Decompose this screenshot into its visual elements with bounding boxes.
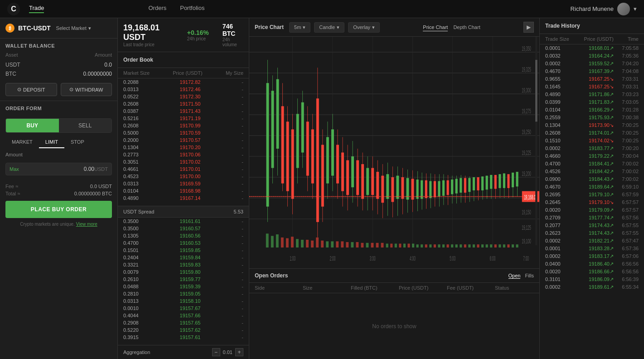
svg-rect-112 [455, 179, 458, 193]
table-row: 0.2773 19170.06 - [118, 151, 249, 158]
chart-controls: 5m ▾ Candle ▾ Overlay ▾ Price Chart Dept… [289, 22, 534, 33]
svg-rect-160 [361, 243, 363, 247]
no-orders-message: No orders to show [249, 293, 539, 359]
svg-rect-165 [386, 243, 388, 247]
open-orders-section: Open Orders Open Fills Side Size Filled … [249, 268, 539, 359]
svg-rect-147 [296, 239, 299, 247]
withdraw-button[interactable]: ⊙ WITHDRAW [61, 83, 112, 96]
list-item: 0.1645 19167.25↘ 7:03:31 [540, 83, 644, 91]
order-book-buy-list: 0.3500 19161.61 - 0.3500 19160.57 - 0.13… [118, 218, 249, 345]
limit-order-btn[interactable]: LIMIT [39, 136, 64, 148]
amount-input[interactable] [19, 166, 94, 172]
list-item: 0.1304 19173.90↘ 7:00:25 [540, 121, 644, 129]
svg-rect-159 [356, 242, 358, 247]
fee-row: Fee ≈ 0.0 USDT [5, 183, 112, 190]
sell-tab[interactable]: SELL [59, 119, 112, 132]
max-link[interactable]: Max [10, 166, 19, 172]
tab-depth-chart[interactable]: Depth Chart [453, 24, 480, 31]
chevron-down-icon: ▾ [372, 24, 375, 30]
open-orders-header: Open Orders Open Fills [249, 269, 539, 283]
chart-expand-btn[interactable]: ▶ [523, 22, 534, 33]
svg-rect-102 [434, 181, 436, 198]
list-item: 0.3101 19186.09↗ 6:56:39 [540, 276, 644, 283]
svg-rect-152 [321, 241, 324, 247]
timeframe-button[interactable]: 5m ▾ [289, 22, 310, 33]
volume: 746 BTC [223, 23, 243, 37]
overlay-button[interactable]: Overlay ▾ [348, 22, 380, 33]
svg-rect-48 [301, 102, 304, 153]
price-chart-title: Price Chart [255, 24, 284, 30]
table-row: 0.1304 19170.20 - [118, 144, 249, 151]
aggregation-row: Aggregation − 0.01 + [118, 345, 249, 359]
open-orders-cols: Side Size Filled (BTC) Price (USDT) Fee … [249, 283, 539, 293]
buy-tab[interactable]: BUY [6, 119, 59, 132]
deposit-button[interactable]: ⊙ DEPOSIT [5, 83, 57, 96]
list-item: 0.4660 19179.22↗ 7:00:04 [540, 152, 644, 160]
order-book-sell-list: 0.2088 19172.82 - 0.0313 19172.46 - 0.05… [118, 78, 249, 206]
btc-icon: ₿ [5, 24, 15, 33]
table-row: 0.2608 19171.50 - [118, 100, 249, 107]
svg-rect-108 [446, 180, 449, 195]
chevron-down-icon[interactable]: ▾ [634, 5, 637, 12]
trade-history-list: 0.0001 19168.01↗ 7:05:58 0.0032 19164.24… [540, 44, 644, 359]
list-item: 0.2695 19179.10↗ 6:57:59 [540, 191, 644, 199]
fee-section: Fee ≈ 0.0 USDT Total ≈ 0.00000000 BTC [5, 183, 112, 197]
svg-rect-118 [468, 178, 470, 192]
svg-rect-193 [507, 244, 509, 247]
table-row: 0.4523 19170.00 - [118, 173, 249, 180]
svg-rect-178 [442, 244, 445, 247]
agg-plus-btn[interactable]: + [235, 348, 243, 356]
amount-label: Amount [5, 152, 112, 157]
svg-rect-143 [276, 234, 279, 247]
list-item: 0.2608 19174.01↗ 7:00:25 [540, 129, 644, 137]
svg-rect-138 [512, 173, 514, 187]
chevron-down-icon: ▾ [303, 24, 305, 30]
svg-rect-185 [473, 244, 475, 247]
tab-open[interactable]: Open [508, 273, 521, 279]
stop-order-btn[interactable]: STOP [64, 136, 91, 148]
select-market-button[interactable]: Select Market ▾ [56, 25, 91, 31]
list-item: 0.4526 19184.42↗ 7:00:02 [540, 168, 644, 175]
svg-rect-141 [266, 233, 269, 247]
nav-link-trade[interactable]: Trade [29, 5, 44, 13]
candlestick-chart: 19,350 19,325 19,300 19,275 19,250 19,22… [249, 37, 539, 268]
table-row: 0.2610 19159.77 - [118, 276, 249, 283]
list-item: 0.2645 19179.10↘ 6:57:57 [540, 199, 644, 206]
svg-rect-158 [351, 242, 353, 247]
table-row: 0.5000 19170.59 - [118, 129, 249, 136]
svg-rect-38 [276, 79, 279, 149]
svg-rect-166 [390, 243, 392, 247]
nav-link-orders[interactable]: Orders [148, 5, 166, 13]
svg-rect-122 [477, 177, 479, 190]
svg-rect-104 [438, 181, 440, 197]
tab-fills[interactable]: Fills [525, 273, 534, 279]
nav-link-portfolios[interactable]: Portfolios [180, 5, 204, 13]
svg-rect-154 [331, 241, 334, 247]
svg-rect-120 [473, 177, 475, 190]
svg-rect-174 [425, 244, 427, 247]
table-row: 0.3915 19157.61 - [118, 334, 249, 341]
svg-rect-86 [396, 176, 399, 199]
svg-rect-66 [346, 160, 349, 195]
market-order-btn[interactable]: MARKET [5, 136, 39, 148]
svg-rect-132 [499, 174, 501, 188]
table-row: 0.2088 19172.82 - [118, 78, 249, 86]
svg-text:19,325: 19,325 [522, 65, 531, 73]
amount-input-row[interactable]: Max USDT [5, 163, 112, 175]
order-form-section: Order Form BUY SELL MARKET LIMIT STOP Am… [0, 101, 117, 359]
list-item: 0.0020 19186.66↗ 6:56:56 [540, 268, 644, 276]
price-chart-area: 19,350 19,325 19,300 19,275 19,250 19,22… [249, 37, 539, 268]
order-book-title: Order Book [118, 52, 249, 68]
agg-minus-btn[interactable]: − [212, 348, 220, 356]
svg-rect-72 [361, 164, 364, 199]
user-info[interactable]: Richard Munene ▾ [571, 3, 637, 15]
svg-text:1:00: 1:00 [290, 254, 295, 262]
tab-price-chart[interactable]: Price Chart [423, 24, 448, 31]
svg-rect-149 [306, 240, 309, 247]
view-more-link[interactable]: View more [76, 222, 97, 227]
place-order-button[interactable]: PLACE BUY ORDER [5, 201, 112, 218]
candle-button[interactable]: Candle ▾ [314, 22, 344, 33]
logo-icon[interactable]: C [7, 3, 20, 15]
list-item: 0.4670 19167.39↗ 7:04:08 [540, 68, 644, 75]
table-row: 0.1305 19160.56 - [118, 232, 249, 239]
